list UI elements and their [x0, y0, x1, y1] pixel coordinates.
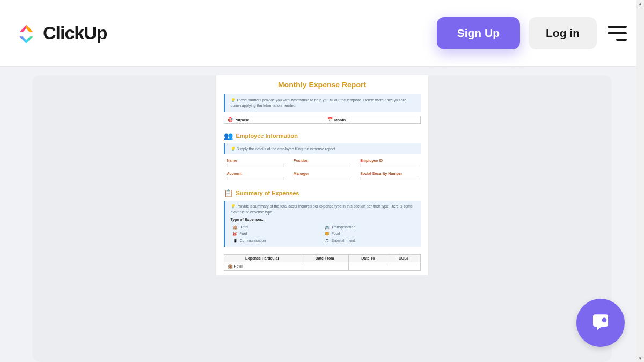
summary-section-header: 📋 Summary of Expenses	[224, 189, 421, 197]
menu-icon[interactable]	[605, 24, 629, 43]
chat-icon	[589, 312, 612, 334]
main-content: Monthly Expense Report These banners pro…	[0, 67, 644, 362]
purpose-value[interactable]	[253, 116, 325, 123]
chat-button[interactable]	[576, 299, 625, 347]
site-header: ClickUp Sign Up Log in	[0, 0, 644, 67]
svg-point-0	[602, 317, 607, 322]
signup-button[interactable]: Sign Up	[437, 17, 520, 49]
people-icon: 👥	[224, 131, 233, 140]
header-actions: Sign Up Log in	[437, 17, 629, 49]
scrollbar[interactable]: ▲ ▼	[636, 0, 644, 362]
col-date-to: Date To	[349, 255, 387, 262]
col-particular: Expense Particular	[224, 255, 301, 262]
field-account[interactable]: Account	[227, 172, 284, 179]
field-employee-id[interactable]: Employee ID	[360, 159, 417, 166]
field-name[interactable]: Name	[227, 159, 284, 166]
purpose-label: 🎯 Purpose	[224, 116, 253, 123]
logo[interactable]: ClickUp	[15, 22, 107, 45]
type-communication: 📱Communication	[233, 238, 324, 244]
brand-name: ClickUp	[43, 23, 107, 43]
employee-section-title: Employee Information	[236, 132, 298, 139]
summary-section-title: Summary of Expenses	[236, 190, 299, 196]
purpose-month-row: 🎯 Purpose 📅 Month	[224, 116, 421, 124]
field-manager[interactable]: Manager	[294, 172, 350, 179]
clickup-logo-icon	[15, 22, 38, 45]
col-cost: COST	[387, 255, 420, 262]
scroll-down-icon[interactable]: ▼	[636, 354, 644, 362]
scroll-up-icon[interactable]: ▲	[636, 0, 644, 8]
clipboard-icon: 📋	[224, 189, 233, 197]
employee-section-header: 👥 Employee Information	[224, 131, 421, 140]
info-banner-3: Provide a summary of the total costs inc…	[224, 201, 421, 247]
col-date-from: Date From	[301, 255, 349, 262]
type-fuel: ⛽Fuel	[233, 231, 324, 237]
employee-fields: Name Position Employee ID Account Manage…	[224, 159, 421, 179]
doc-title: Monthly Expense Report	[224, 80, 421, 89]
type-hotel: 🏨Hotel	[233, 225, 324, 231]
month-label: 📅 Month	[324, 116, 349, 123]
field-ssn[interactable]: Social Security Number	[360, 172, 417, 179]
month-value[interactable]	[349, 116, 420, 123]
field-position[interactable]: Position	[294, 159, 350, 166]
login-button[interactable]: Log in	[529, 17, 597, 49]
info-banner-2: Supply the details of the employee filin…	[224, 143, 421, 155]
table-row[interactable]: 🏨 Hotel	[224, 262, 420, 271]
type-food: 🍔Food	[325, 231, 415, 237]
info-banner-1: These banners provide you with informati…	[224, 94, 421, 112]
preview-card: Monthly Expense Report These banners pro…	[32, 75, 612, 362]
document-preview: Monthly Expense Report These banners pro…	[216, 75, 428, 275]
type-entertainment: 🎵Entertainment	[325, 238, 415, 244]
expense-table: Expense Particular Date From Date To COS…	[224, 254, 421, 271]
type-transportation: 🚌Transportation	[325, 225, 415, 231]
